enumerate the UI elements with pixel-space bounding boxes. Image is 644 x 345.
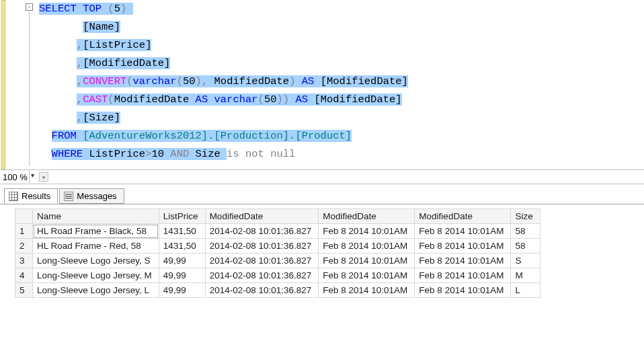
zoom-dropdown-icon[interactable]: ▾ <box>29 171 36 183</box>
tab-messages[interactable]: Messages <box>59 188 124 204</box>
cell[interactable]: Feb 8 2014 10:01AM <box>319 254 415 268</box>
change-marker <box>1 0 5 169</box>
row-header[interactable]: 5 <box>15 283 33 298</box>
tab-label: Messages <box>77 191 116 201</box>
cell[interactable]: HL Road Frame - Black, 58 <box>33 224 159 239</box>
code-line: [Name] <box>24 18 644 36</box>
column-header[interactable]: Name <box>33 209 159 224</box>
row-header[interactable]: 1 <box>15 224 33 239</box>
messages-icon <box>64 192 73 201</box>
column-header[interactable]: ModifiedDate <box>415 209 511 224</box>
cell[interactable]: 49,99 <box>159 268 205 283</box>
code-line: ,[ModifiedDate] <box>24 54 644 73</box>
code-line: ,[ListPrice] <box>24 36 644 54</box>
code-line: WHERE ListPrice>10 AND Size is not null <box>24 145 644 163</box>
cell[interactable]: 58 <box>511 224 540 239</box>
cell[interactable]: Feb 8 2014 10:01AM <box>415 224 511 239</box>
cell[interactable]: Feb 8 2014 10:01AM <box>415 254 511 268</box>
tab-results[interactable]: Results <box>4 188 58 204</box>
tab-label: Results <box>22 191 50 201</box>
row-header[interactable]: 3 <box>15 254 33 268</box>
cell[interactable]: Feb 8 2014 10:01AM <box>319 224 415 239</box>
cell[interactable]: Feb 8 2014 10:01AM <box>319 283 415 298</box>
cell[interactable]: 49,99 <box>159 254 205 268</box>
cell[interactable]: 58 <box>511 239 540 254</box>
cell[interactable]: 49,99 <box>159 283 205 298</box>
cell[interactable]: Feb 8 2014 10:01AM <box>415 239 511 254</box>
cell[interactable]: Feb 8 2014 10:01AM <box>415 283 511 298</box>
code-line: ,CONVERT(varchar(50), ModifiedDate) AS [… <box>24 73 644 91</box>
column-header[interactable]: ModifiedDate <box>205 209 319 224</box>
cell[interactable]: 1431,50 <box>159 224 205 239</box>
cell[interactable]: S <box>511 254 540 268</box>
cell[interactable]: M <box>511 268 540 283</box>
cell[interactable]: 1431,50 <box>159 239 205 254</box>
cell[interactable]: Long-Sleeve Logo Jersey, S <box>33 254 159 268</box>
cell[interactable]: 2014-02-08 10:01:36.827 <box>205 239 319 254</box>
table-row[interactable]: 3Long-Sleeve Logo Jersey, S49,992014-02-… <box>15 254 540 268</box>
zoom-toolbar: 100 % ▾ ◂ <box>0 169 644 184</box>
cell[interactable]: Long-Sleeve Logo Jersey, L <box>33 283 159 298</box>
code-line: SELECT TOP (5) <box>24 0 644 18</box>
cell[interactable]: 2014-02-08 10:01:36.827 <box>205 254 319 268</box>
table-row[interactable]: 5Long-Sleeve Logo Jersey, L49,992014-02-… <box>15 283 540 298</box>
cell[interactable]: 2014-02-08 10:01:36.827 <box>205 224 319 239</box>
sql-editor[interactable]: − SELECT TOP (5) [Name] ,[ListPrice] ,[M… <box>0 0 644 169</box>
cell[interactable]: HL Road Frame - Red, 58 <box>33 239 159 254</box>
cell[interactable]: Feb 8 2014 10:01AM <box>319 239 415 254</box>
table-row[interactable]: 1HL Road Frame - Black, 581431,502014-02… <box>15 224 540 239</box>
zoom-value: 100 % <box>3 172 29 182</box>
code-lines: SELECT TOP (5) [Name] ,[ListPrice] ,[Mod… <box>24 0 644 163</box>
code-line: ,CAST(ModifiedDate AS varchar(50)) AS [M… <box>24 91 644 109</box>
cell[interactable]: Feb 8 2014 10:01AM <box>415 268 511 283</box>
code-line: FROM [AdventureWorks2012].[Production].[… <box>24 127 644 145</box>
row-header[interactable]: 2 <box>15 239 33 254</box>
table-row[interactable]: 2HL Road Frame - Red, 581431,502014-02-0… <box>15 239 540 254</box>
results-grid[interactable]: Name ListPrice ModifiedDate ModifiedDate… <box>15 208 540 298</box>
cell[interactable]: Feb 8 2014 10:01AM <box>319 268 415 283</box>
corner-cell <box>15 209 33 224</box>
table-row[interactable]: 4Long-Sleeve Logo Jersey, M49,992014-02-… <box>15 268 540 283</box>
column-header[interactable]: Size <box>511 209 540 224</box>
results-tabs: Results Messages <box>0 184 644 204</box>
column-header[interactable]: ModifiedDate <box>319 209 415 224</box>
code-line: ,[Size] <box>24 109 644 127</box>
results-grid-wrap: Name ListPrice ModifiedDate ModifiedDate… <box>0 204 644 298</box>
grid-icon <box>9 192 18 201</box>
cell[interactable]: 2014-02-08 10:01:36.827 <box>205 268 319 283</box>
scroll-left-icon[interactable]: ◂ <box>39 172 48 182</box>
cell[interactable]: L <box>511 283 540 298</box>
column-header[interactable]: ListPrice <box>159 209 205 224</box>
row-header[interactable]: 4 <box>15 268 33 283</box>
cell[interactable]: Long-Sleeve Logo Jersey, M <box>33 268 159 283</box>
cell[interactable]: 2014-02-08 10:01:36.827 <box>205 283 319 298</box>
